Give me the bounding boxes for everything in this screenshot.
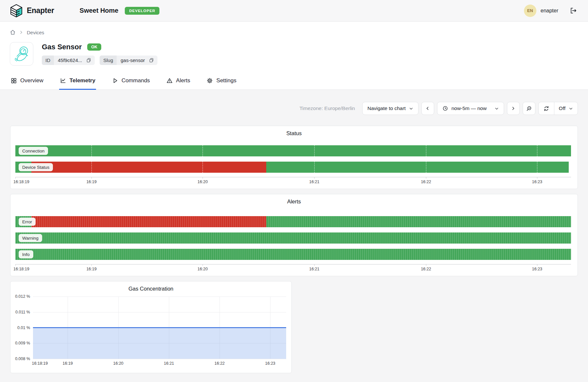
breadcrumb-devices-link[interactable]: Devices bbox=[27, 30, 44, 35]
status-chart-card: StatusConnectionDevice Status16:18:1916:… bbox=[10, 126, 578, 189]
gas-plot-area[interactable]: 0.012 %0.011 %0.01 %0.009 %0.008 % bbox=[33, 296, 286, 359]
clock-icon bbox=[442, 105, 448, 111]
tab-alerts[interactable]: Alerts bbox=[166, 74, 191, 90]
timeline-row-device-status[interactable]: Device Status bbox=[15, 162, 571, 173]
minute-gridline bbox=[426, 145, 426, 156]
device-slug-key: Slug bbox=[100, 56, 117, 65]
zoom-out-icon bbox=[526, 105, 532, 112]
axis-tick-label: 16:23 bbox=[532, 267, 542, 271]
breadcrumb-home-link[interactable] bbox=[10, 29, 16, 35]
timeline-segment-green[interactable] bbox=[266, 216, 571, 227]
device-status-badge: OK bbox=[87, 43, 101, 51]
time-range-picker-button[interactable]: now-5m — now bbox=[437, 102, 504, 115]
device-id-key: ID bbox=[42, 56, 54, 65]
tab-label: Alerts bbox=[176, 77, 190, 84]
timeline-segment-red[interactable] bbox=[31, 162, 266, 173]
time-range-back-button[interactable] bbox=[421, 102, 434, 115]
chevron-down-icon bbox=[495, 106, 499, 111]
auto-refresh-label: Off bbox=[559, 105, 565, 111]
device-id-value: 45f9c624... bbox=[54, 56, 83, 65]
device-tabs: OverviewTelemetryCommandsAlertsSettings bbox=[10, 74, 578, 89]
page-subheader: Devices Gas Sensor OK bbox=[0, 22, 588, 90]
gear-icon bbox=[206, 77, 213, 84]
minute-gridline bbox=[426, 162, 426, 173]
y-gridline bbox=[33, 312, 286, 312]
alerts-chart-card: AlertsErrorWarningInfo16:18:1916:1916:20… bbox=[10, 194, 578, 276]
timeline-row-info[interactable]: Info bbox=[15, 249, 571, 260]
refresh-button[interactable] bbox=[539, 102, 554, 115]
user-avatar[interactable]: EN bbox=[524, 5, 536, 17]
device-avatar bbox=[10, 42, 33, 66]
row-label-chip: Device Status bbox=[19, 163, 53, 171]
timeline-segment-red[interactable] bbox=[31, 216, 266, 227]
copy-id-button[interactable] bbox=[83, 56, 95, 65]
chevron-right-icon bbox=[511, 106, 515, 111]
enapter-logo-icon bbox=[10, 4, 23, 18]
row-label-chip: Info bbox=[19, 250, 33, 259]
refresh-icon bbox=[543, 105, 549, 112]
tab-label: Settings bbox=[216, 77, 236, 84]
axis-tick bbox=[91, 177, 92, 179]
minute-gridline bbox=[203, 145, 203, 156]
auto-refresh-interval-button[interactable]: Off bbox=[554, 102, 578, 115]
series-line bbox=[33, 327, 286, 328]
axis-tick-label: 16:22 bbox=[215, 361, 225, 366]
timeline-segment-green[interactable] bbox=[266, 162, 569, 173]
time-axis: 16:18:1916:1916:2016:2116:2216:23 bbox=[15, 264, 571, 273]
row-label-chip: Connection bbox=[19, 147, 48, 155]
axis-tick bbox=[203, 177, 203, 179]
warning-icon bbox=[166, 77, 173, 84]
minute-gridline bbox=[91, 162, 92, 173]
axis-tick-label: 16:23 bbox=[532, 180, 542, 184]
grid-icon bbox=[10, 77, 17, 84]
axis-tick bbox=[537, 264, 537, 266]
timeline-row-warning[interactable]: Warning bbox=[15, 232, 571, 244]
axis-tick-label: 16:18:19 bbox=[13, 267, 29, 271]
user-name[interactable]: enapter bbox=[541, 8, 558, 14]
breadcrumb: Devices bbox=[10, 22, 578, 35]
y-axis-label: 0.011 % bbox=[15, 310, 30, 314]
y-axis-label: 0.01 % bbox=[17, 326, 30, 330]
navigate-to-chart-button[interactable]: Navigate to chart bbox=[362, 102, 418, 115]
y-axis-label: 0.009 % bbox=[15, 341, 30, 345]
tab-label: Commands bbox=[122, 77, 150, 84]
minute-gridline bbox=[537, 145, 537, 156]
timeline-segment-green[interactable] bbox=[15, 232, 571, 244]
timeline-segment-green[interactable] bbox=[15, 249, 571, 260]
tab-telemetry[interactable]: Telemetry bbox=[59, 74, 96, 90]
status-chart-body: ConnectionDevice Status16:18:1916:1916:2… bbox=[10, 145, 578, 186]
axis-tick-label: 16:19 bbox=[63, 361, 73, 366]
row-label-chip: Error bbox=[19, 218, 36, 226]
copy-slug-button[interactable] bbox=[146, 56, 157, 65]
home-icon bbox=[10, 29, 16, 35]
app-header: Enapter Sweet Home DEVELOPER EN enapter bbox=[0, 0, 588, 22]
chevron-down-icon bbox=[409, 106, 413, 111]
minute-gridline bbox=[537, 162, 537, 173]
timezone-label: Timezone: Europe/Berlin bbox=[300, 105, 355, 111]
axis-tick-label: 16:21 bbox=[309, 180, 319, 184]
tab-overview[interactable]: Overview bbox=[10, 74, 44, 90]
zoom-out-button[interactable] bbox=[523, 102, 535, 115]
y-axis-label: 0.008 % bbox=[15, 357, 30, 361]
tab-commands[interactable]: Commands bbox=[111, 74, 151, 90]
timeline-segment-green[interactable] bbox=[15, 145, 571, 156]
axis-tick-label: 16:23 bbox=[265, 361, 275, 366]
axis-tick bbox=[426, 177, 426, 179]
brand-name[interactable]: Enapter bbox=[27, 6, 54, 15]
logout-button[interactable] bbox=[568, 6, 578, 16]
timeline-row-error[interactable]: Error bbox=[15, 216, 571, 227]
device-slug-chip: Slug gas-sensor bbox=[100, 56, 157, 65]
site-name[interactable]: Sweet Home bbox=[80, 7, 119, 14]
gas-sensor-icon bbox=[12, 45, 31, 63]
tab-settings[interactable]: Settings bbox=[206, 74, 237, 90]
y-gridline bbox=[33, 296, 286, 297]
device-header: Gas Sensor OK ID 45f9c624... Slug gas-se… bbox=[10, 42, 578, 66]
axis-tick-label: 16:20 bbox=[113, 361, 123, 366]
gas-chart-card: Gas Concentration0.012 %0.011 %0.01 %0.0… bbox=[10, 281, 292, 373]
timeline-row-connection[interactable]: Connection bbox=[15, 145, 571, 156]
minute-gridline bbox=[91, 145, 92, 156]
axis-tick-label: 16:19 bbox=[86, 267, 96, 271]
time-range-forward-button[interactable] bbox=[507, 102, 520, 115]
axis-tick-label: 16:20 bbox=[198, 267, 208, 271]
axis-tick-label: 16:21 bbox=[309, 267, 319, 271]
